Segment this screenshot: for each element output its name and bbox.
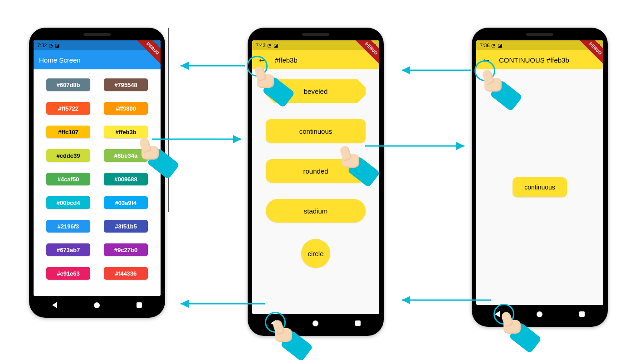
body-detail: continuous (476, 69, 603, 305)
color-chip-03a9f4[interactable]: #03a9f4 (104, 196, 148, 209)
nav-home-icon[interactable] (313, 320, 318, 326)
nav-back-icon[interactable] (495, 311, 500, 317)
app-bar-detail: ← CONTINUOUS #ffeb3b (476, 50, 603, 69)
detail-button-continuous[interactable]: continuous (513, 177, 567, 197)
color-chip-f44336[interactable]: #f44336 (104, 267, 148, 280)
shape-button-beveled[interactable]: beveled (266, 79, 366, 103)
status-icon: ◔ (49, 43, 53, 49)
color-chip-607d8b[interactable]: #607d8b (46, 78, 90, 91)
app-title: #ffeb3b (275, 56, 298, 64)
app-bar-home: Home Screen (34, 50, 161, 69)
color-chip-cddc39[interactable]: #cddc39 (46, 149, 90, 162)
color-chip-009688[interactable]: #009688 (104, 173, 148, 185)
color-chip-00bcd4[interactable]: #00bcd4 (46, 196, 90, 209)
nav-back-icon[interactable] (271, 320, 276, 326)
status-icon: ◪ (498, 43, 502, 49)
android-navbar (34, 298, 161, 312)
nav-home-icon[interactable] (537, 311, 542, 317)
color-chip-3f51b5[interactable]: #3f51b5 (104, 220, 148, 233)
nav-recent-icon[interactable] (355, 320, 361, 326)
color-chip-ffc107[interactable]: #ffc107 (46, 126, 90, 138)
color-chip-e91e63[interactable]: #e91e63 (46, 267, 90, 280)
color-grid: #607d8b#795548#ff5722#ff9800#ffc107#ffeb… (39, 74, 155, 284)
back-arrow-icon[interactable]: ← (258, 55, 267, 64)
color-chip-2196f3[interactable]: #2196f3 (46, 220, 90, 233)
shape-stack: beveledcontinuousroundedstadiumcircle (258, 74, 374, 268)
screen-home: 7:32 ◔ ◪ ◢ Home Screen DEBUG #607d8b#795… (34, 40, 161, 296)
shape-button-circle[interactable]: circle (301, 239, 330, 268)
app-bar-shapes: ← #ffeb3b (252, 50, 379, 69)
status-icon: ◪ (274, 43, 278, 49)
color-chip-9c27b0[interactable]: #9c27b0 (104, 243, 148, 256)
color-chip-673ab7[interactable]: #673ab7 (46, 243, 90, 256)
status-time: 7:32 (37, 43, 47, 48)
status-icon: ◪ (55, 43, 59, 49)
color-chip-4caf50[interactable]: #4caf50 (46, 173, 90, 185)
screen-detail: 7:36 ◔ ◪ ◢ ← CONTINUOUS #ffeb3b DEBUG co… (476, 40, 603, 305)
nav-home-icon[interactable] (94, 302, 100, 308)
color-chip-8bc34a[interactable]: #8bc34a (104, 149, 148, 162)
phone-detail: 7:36 ◔ ◪ ◢ ← CONTINUOUS #ffeb3b DEBUG co… (472, 28, 608, 327)
status-icon: ◔ (267, 43, 272, 49)
app-title: CONTINUOUS #ffeb3b (499, 56, 569, 64)
color-chip-795548[interactable]: #795548 (104, 78, 148, 91)
nav-back-icon[interactable] (52, 302, 57, 308)
nav-recent-icon[interactable] (137, 302, 142, 308)
shape-button-continuous[interactable]: continuous (266, 119, 366, 143)
color-chip-ff9800[interactable]: #ff9800 (104, 102, 148, 115)
shape-button-stadium[interactable]: stadium (266, 199, 366, 223)
phone-shapes: 7:43 ◔ ◪ ◢ ← #ffeb3b DEBUG beveledcontin… (248, 28, 384, 336)
status-icon: ◔ (491, 43, 496, 49)
body-home: #607d8b#795548#ff5722#ff9800#ffc107#ffeb… (34, 69, 161, 296)
nav-recent-icon[interactable] (579, 311, 585, 317)
status-time: 7:36 (480, 43, 489, 48)
status-time: 7:43 (256, 43, 265, 48)
color-chip-ffeb3b[interactable]: #ffeb3b (104, 126, 148, 138)
back-arrow-icon[interactable]: ← (482, 55, 491, 64)
color-chip-ff5722[interactable]: #ff5722 (46, 102, 90, 115)
screen-shapes: 7:43 ◔ ◪ ◢ ← #ffeb3b DEBUG beveledcontin… (252, 40, 379, 314)
android-navbar (476, 307, 603, 321)
shape-button-rounded[interactable]: rounded (266, 159, 366, 183)
android-navbar (252, 316, 379, 330)
phone-home: 7:32 ◔ ◪ ◢ Home Screen DEBUG #607d8b#795… (29, 28, 165, 318)
app-title: Home Screen (39, 56, 81, 64)
body-shapes: beveledcontinuousroundedstadiumcircle (252, 69, 379, 314)
vertical-divider (168, 28, 169, 212)
